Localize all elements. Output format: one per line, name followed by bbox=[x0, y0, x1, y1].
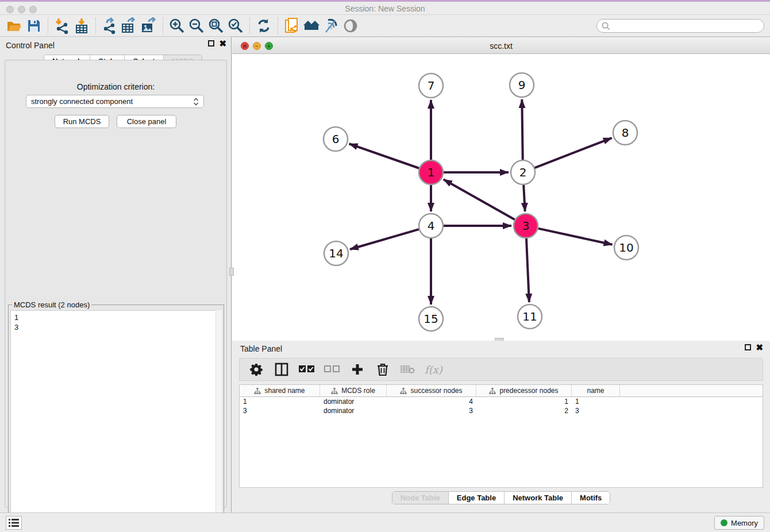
session-title: Session: New Session bbox=[0, 4, 770, 13]
graph-edge-2-9[interactable] bbox=[522, 99, 522, 160]
export-table-icon[interactable] bbox=[120, 17, 139, 35]
mcds-result-text[interactable]: 1 3 bbox=[10, 310, 222, 516]
criterion-dropdown[interactable]: strongly connected component bbox=[26, 95, 204, 108]
close-panel-icon[interactable]: ✖ bbox=[219, 40, 226, 47]
cell-successor-nodes[interactable]: 4 bbox=[387, 398, 476, 406]
column-type-icon bbox=[331, 388, 338, 394]
graph-node-label-1: 1 bbox=[428, 165, 435, 179]
unselect-all-columns-icon[interactable] bbox=[324, 361, 341, 378]
cell-predecessor-nodes[interactable]: 1 bbox=[476, 398, 572, 406]
run-mcds-button[interactable]: Run MCDS bbox=[55, 115, 109, 128]
float-table-panel-icon[interactable] bbox=[745, 344, 751, 350]
memory-button[interactable]: Memory bbox=[714, 516, 764, 530]
toolbar-separator bbox=[95, 18, 96, 34]
toolbar-separator bbox=[249, 18, 250, 34]
toolbar-separator bbox=[278, 18, 278, 34]
column-header-predecessor-nodes[interactable]: predecessor nodes bbox=[476, 385, 572, 396]
search-input[interactable] bbox=[610, 20, 764, 32]
list-icon bbox=[9, 519, 19, 527]
table-toolbar: f(x) bbox=[239, 358, 763, 381]
search-box[interactable] bbox=[596, 19, 764, 33]
function-builder-icon[interactable]: f(x) bbox=[425, 361, 442, 378]
mcds-tab-content: Optimization criterion: strongly connect… bbox=[5, 60, 227, 508]
select-all-columns-icon[interactable] bbox=[298, 361, 315, 378]
column-header-mcds-role[interactable]: MCDS role bbox=[320, 385, 387, 396]
graph-edge-3-1[interactable] bbox=[444, 179, 515, 219]
delete-table-icon[interactable] bbox=[399, 361, 417, 378]
tab-edge-table[interactable]: Edge Table bbox=[449, 492, 505, 504]
network-view-window: ✕ − + scc.txt 7968124314101511 bbox=[232, 37, 770, 341]
table-row[interactable]: 3 dominator 3 2 3 bbox=[240, 406, 763, 415]
task-history-button[interactable] bbox=[6, 516, 22, 530]
save-icon[interactable] bbox=[24, 17, 44, 35]
table-row[interactable]: 1 dominator 4 1 1 bbox=[240, 397, 763, 406]
hide-details-icon[interactable] bbox=[321, 17, 341, 35]
table-header-row: shared name MCDS role successor nodes pr… bbox=[240, 385, 763, 397]
cell-predecessor-nodes[interactable]: 2 bbox=[476, 407, 572, 415]
column-header-shared-name[interactable]: shared name bbox=[240, 385, 320, 396]
tab-motifs[interactable]: Motifs bbox=[572, 492, 610, 504]
criterion-dropdown-value: strongly connected component bbox=[31, 97, 193, 106]
graph-node-label-9: 9 bbox=[518, 78, 526, 92]
table-settings-gear-icon[interactable] bbox=[248, 361, 265, 378]
main-toolbar bbox=[0, 15, 770, 37]
control-panel: Control Panel ✖ Network Style Select MCD… bbox=[0, 37, 232, 512]
network-canvas[interactable]: 7968124314101511 bbox=[232, 54, 770, 341]
cell-name[interactable]: 1 bbox=[572, 398, 620, 406]
refresh-layout-icon[interactable] bbox=[254, 17, 274, 35]
table-tabs: Node Table Edge Table Network Table Moti… bbox=[232, 491, 770, 504]
optimization-criterion-label: Optimization criterion: bbox=[5, 82, 226, 91]
graph-node-label-11: 11 bbox=[522, 310, 537, 323]
cell-name[interactable]: 3 bbox=[572, 407, 620, 415]
create-column-plus-icon[interactable] bbox=[349, 361, 366, 378]
duplicate-network-icon[interactable] bbox=[282, 17, 302, 35]
cell-mcds-role[interactable]: dominator bbox=[320, 398, 387, 406]
float-panel-icon[interactable] bbox=[208, 40, 214, 47]
graph-node-label-2: 2 bbox=[519, 165, 527, 179]
graph-edge-3-10[interactable] bbox=[538, 229, 612, 245]
zoom-in-icon[interactable] bbox=[167, 17, 187, 35]
cell-mcds-role[interactable]: dominator bbox=[320, 407, 387, 415]
column-header-name[interactable]: name bbox=[572, 385, 620, 396]
vertical-split-handle[interactable] bbox=[229, 268, 234, 276]
network-window-titlebar: ✕ − + scc.txt bbox=[232, 37, 770, 54]
memory-status-icon bbox=[721, 519, 727, 526]
close-table-panel-icon[interactable]: ✖ bbox=[756, 344, 763, 350]
graph-edge-2-8[interactable] bbox=[535, 138, 612, 168]
close-panel-button[interactable]: Close panel bbox=[117, 115, 176, 128]
node-table[interactable]: shared name MCDS role successor nodes pr… bbox=[239, 384, 763, 488]
mcds-result-group: MCDS result (2 nodes) 1 3 bbox=[8, 304, 224, 518]
delete-column-trash-icon[interactable] bbox=[374, 361, 391, 378]
tab-node-table[interactable]: Node Table bbox=[392, 492, 449, 504]
export-image-icon[interactable] bbox=[139, 17, 159, 35]
cell-successor-nodes[interactable]: 3 bbox=[387, 407, 476, 415]
control-panel-header: Control Panel ✖ bbox=[0, 37, 231, 53]
control-panel-title: Control Panel bbox=[6, 41, 55, 50]
zoom-out-icon[interactable] bbox=[187, 17, 206, 35]
graph-edge-2-3[interactable] bbox=[523, 185, 525, 211]
import-table-icon[interactable] bbox=[72, 17, 91, 35]
home-view-icon[interactable] bbox=[302, 17, 321, 35]
search-icon bbox=[602, 22, 610, 30]
import-network-icon[interactable] bbox=[52, 17, 72, 35]
chevron-up-down-icon bbox=[193, 97, 199, 106]
graph-edge-4-14[interactable] bbox=[350, 229, 419, 249]
graph-node-label-3: 3 bbox=[522, 219, 530, 233]
open-folder-icon[interactable] bbox=[5, 17, 24, 35]
show-column-panel-icon[interactable] bbox=[273, 361, 290, 378]
cell-shared-name[interactable]: 3 bbox=[240, 407, 320, 415]
graph-edge-1-6[interactable] bbox=[349, 144, 419, 168]
export-network-icon[interactable] bbox=[100, 17, 120, 35]
tab-network-table[interactable]: Network Table bbox=[505, 492, 572, 504]
network-graph: 7968124314101511 bbox=[232, 54, 770, 341]
graph-edge-3-11[interactable] bbox=[526, 238, 529, 302]
zoom-selected-icon[interactable] bbox=[226, 17, 245, 35]
toolbar-separator bbox=[48, 18, 48, 34]
zoom-fit-icon[interactable] bbox=[206, 17, 226, 35]
cell-shared-name[interactable]: 1 bbox=[240, 398, 320, 406]
graph-node-label-15: 15 bbox=[424, 312, 438, 326]
result-scrollbar[interactable] bbox=[215, 310, 222, 516]
column-type-icon bbox=[254, 388, 261, 394]
column-header-successor-nodes[interactable]: successor nodes bbox=[387, 385, 476, 396]
birdseye-view-icon[interactable] bbox=[341, 17, 360, 35]
